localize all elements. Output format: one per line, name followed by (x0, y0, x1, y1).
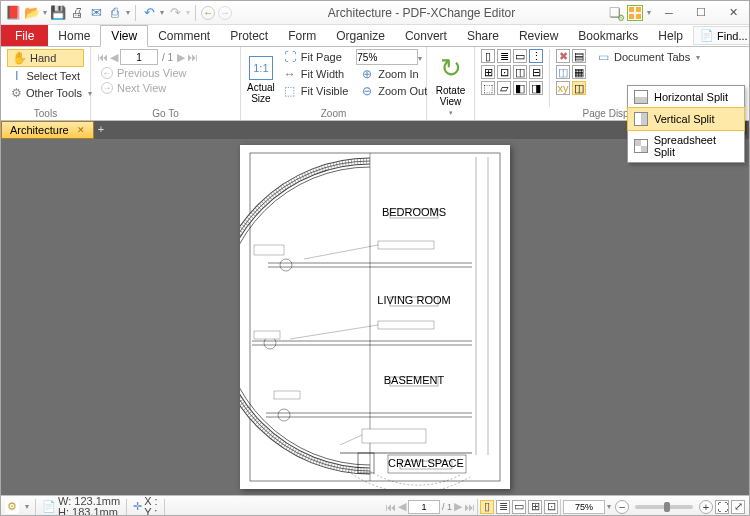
zoom-in[interactable]: ⊕Zoom In (356, 66, 431, 82)
zoom-out-btn[interactable]: − (615, 500, 629, 514)
tab-organize[interactable]: Organize (326, 25, 395, 46)
status-zoom-input[interactable] (563, 500, 605, 514)
layout-f-icon[interactable]: ▱ (497, 81, 511, 95)
rotate-view-button[interactable]: ↻ Rotate View▾ (433, 49, 468, 118)
layout-options-icon[interactable]: ⋮ (529, 49, 543, 63)
last-page-icon[interactable]: ⏭ (187, 51, 198, 63)
text-select-icon: Ⅰ (11, 69, 22, 83)
tab-help[interactable]: Help (648, 25, 693, 46)
tab-protect[interactable]: Protect (220, 25, 278, 46)
split-button[interactable]: ◫ (572, 81, 586, 95)
mail-icon[interactable]: ✉ (88, 5, 104, 21)
qat-dropdown[interactable]: ▾ (43, 8, 47, 17)
fit-visible[interactable]: ⬚Fit Visible (279, 83, 352, 99)
layout-facing-icon[interactable]: ▭ (513, 49, 527, 63)
add-tab-icon[interactable]: + (94, 121, 108, 139)
layout-b-icon[interactable]: ⊡ (497, 65, 511, 79)
maximize-button[interactable]: ☐ (687, 3, 715, 23)
file-tab[interactable]: File (1, 25, 48, 46)
options-icon[interactable]: ⚙ (5, 500, 19, 514)
scan-icon[interactable]: ⎙ (107, 5, 123, 21)
page-dimensions: 📄 W: 123.1mm H: 183.1mm (42, 496, 120, 517)
svg-rect-30 (254, 245, 284, 255)
hsplit-icon (634, 90, 648, 104)
layout-c-icon[interactable]: ◫ (513, 65, 527, 79)
first-page-icon[interactable]: ⏮ (97, 51, 108, 63)
next-page-icon[interactable]: ▶ (177, 51, 185, 64)
next-view[interactable]: →Next View (97, 81, 234, 95)
hand-tool[interactable]: ✋Hand (7, 49, 84, 67)
other-tools[interactable]: ⚙Other Tools▾ (7, 85, 84, 101)
fit-page[interactable]: ⛶Fit Page (279, 49, 352, 65)
pane-c-icon[interactable]: xy (556, 81, 570, 95)
fullscreen-icon[interactable]: ⤢ (731, 500, 745, 514)
zoom-slider[interactable] (635, 505, 693, 509)
status-prev-icon[interactable]: ◀ (398, 500, 406, 513)
tab-form[interactable]: Form (278, 25, 326, 46)
vertical-split[interactable]: Vertical Split (627, 107, 745, 131)
view-two-icon[interactable]: ▭ (512, 500, 526, 514)
layout-continuous-icon[interactable]: ≣ (497, 49, 511, 63)
zoom-out[interactable]: ⊖Zoom Out (356, 83, 431, 99)
tab-convert[interactable]: Convert (395, 25, 457, 46)
fit-width-icon: ↔ (283, 67, 297, 81)
view-single-icon[interactable]: ▯ (480, 500, 494, 514)
status-last-icon[interactable]: ⏭ (464, 501, 475, 513)
spreadsheet-split[interactable]: Spreadsheet Split (628, 130, 744, 162)
document-canvas[interactable]: BEDROOMS LIVING ROOM BASEMENT CRAWLSPACE (1, 139, 749, 495)
ui-options-icon[interactable] (627, 5, 643, 21)
select-text-tool[interactable]: ⅠSelect Text (7, 68, 84, 84)
status-page-input[interactable] (408, 500, 440, 514)
view-grid-icon[interactable]: ⊡ (544, 500, 558, 514)
svg-rect-0 (629, 7, 634, 12)
view-cont-icon[interactable]: ≣ (496, 500, 510, 514)
layout-a-icon[interactable]: ⊞ (481, 65, 495, 79)
document-tabs[interactable]: ▭Document Tabs▾ (592, 49, 704, 65)
layout-e-icon[interactable]: ⬚ (481, 81, 495, 95)
find-button[interactable]: 📄Find... (693, 26, 750, 45)
layout-single-icon[interactable]: ▯ (481, 49, 495, 63)
layout-g-icon[interactable]: ◧ (513, 81, 527, 95)
status-next-icon[interactable]: ▶ (454, 500, 462, 513)
layout-h-icon[interactable]: ◨ (529, 81, 543, 95)
pane-b-icon[interactable]: ▦ (572, 65, 586, 79)
close-button[interactable]: ✕ (719, 3, 747, 23)
thumbnails-icon[interactable]: ✖ (556, 49, 570, 63)
status-first-icon[interactable]: ⏮ (385, 501, 396, 513)
layout-d-icon[interactable]: ⊟ (529, 65, 543, 79)
tab-home[interactable]: Home (48, 25, 100, 46)
settings-icon[interactable]: ❏⚙ (607, 5, 623, 21)
minimize-button[interactable]: ─ (655, 3, 683, 23)
nav-back-icon[interactable]: ← (201, 6, 215, 20)
tab-comment[interactable]: Comment (148, 25, 220, 46)
svg-line-27 (290, 325, 378, 339)
view-two-cont-icon[interactable]: ⊞ (528, 500, 542, 514)
zoom-in-btn[interactable]: + (699, 500, 713, 514)
svg-line-25 (304, 245, 378, 259)
zoom-select[interactable] (356, 49, 418, 65)
fit-toggle-icon[interactable]: ⛶ (715, 500, 729, 514)
qat-dropdown2[interactable]: ▾ (126, 8, 130, 17)
svg-rect-24 (378, 241, 434, 249)
prev-page-icon[interactable]: ◀ (110, 51, 118, 64)
previous-view[interactable]: ←Previous View (97, 66, 234, 80)
undo-icon[interactable]: ↶ (141, 5, 157, 21)
tab-review[interactable]: Review (509, 25, 568, 46)
actual-size-button[interactable]: 1:1 Actual Size (247, 49, 275, 107)
actual-size-icon: 1:1 (249, 56, 273, 80)
pane-a-icon[interactable]: ◫ (556, 65, 570, 79)
tab-close-icon[interactable]: ✕ (73, 125, 85, 135)
tab-view[interactable]: View (100, 25, 148, 47)
tab-bookmarks[interactable]: Bookmarks (568, 25, 648, 46)
tab-share[interactable]: Share (457, 25, 509, 46)
redo-icon[interactable]: ↷ (167, 5, 183, 21)
bookmarks-pane-icon[interactable]: ▤ (572, 49, 586, 63)
document-tab[interactable]: Architecture✕ (1, 121, 94, 139)
horizontal-split[interactable]: Horizontal Split (628, 86, 744, 108)
label-bedrooms: BEDROOMS (382, 206, 446, 218)
page-input[interactable] (120, 49, 158, 65)
fit-width[interactable]: ↔Fit Width (279, 66, 352, 82)
open-icon[interactable]: 📂 (24, 5, 40, 21)
print-icon[interactable]: 🖨 (69, 5, 85, 21)
save-icon[interactable]: 💾 (50, 5, 66, 21)
